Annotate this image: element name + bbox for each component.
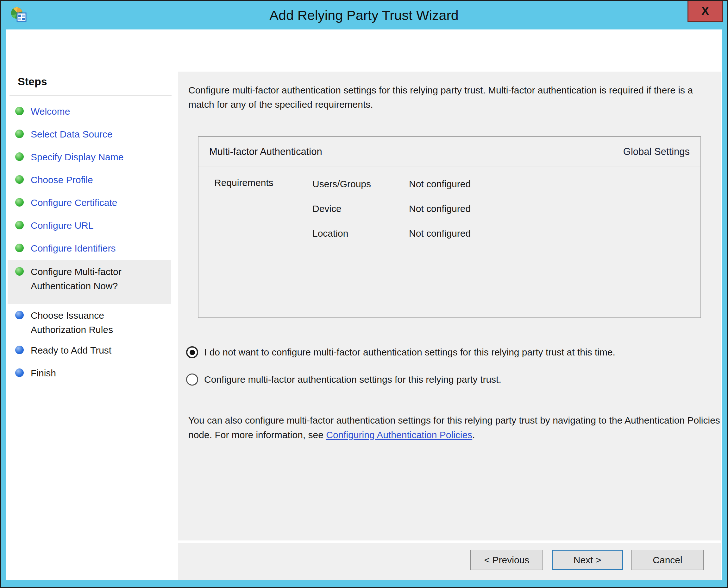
step-pending-icon <box>15 369 24 377</box>
close-button[interactable]: X <box>687 1 723 22</box>
table-row: Location Not configured <box>312 221 694 246</box>
step-done-icon <box>15 221 24 229</box>
radio-selected-icon[interactable] <box>186 346 198 358</box>
mfa-box-body: Requirements Users/Groups Not configured… <box>198 167 701 317</box>
step-label: Configure Identifiers <box>31 241 115 255</box>
note-after-link: . <box>472 429 475 440</box>
requirement-value: Not configured <box>409 179 471 189</box>
global-settings-label: Global Settings <box>623 146 690 158</box>
adfs-app-icon <box>9 5 27 24</box>
requirements-rows: Users/Groups Not configured Device Not c… <box>312 172 694 246</box>
step-label: Select Data Source <box>31 127 112 141</box>
mfa-box-header: Multi-factor Authentication Global Setti… <box>198 137 701 167</box>
title-bar: Add Relying Party Trust Wizard X <box>1 1 727 29</box>
step-label: Configure Certificate <box>31 195 117 210</box>
mfa-settings-box: Multi-factor Authentication Global Setti… <box>198 136 701 318</box>
step-label: Configure Multi-factor Authentication No… <box>31 265 157 293</box>
step-done-icon <box>15 175 24 184</box>
requirement-value: Not configured <box>409 228 471 239</box>
step-item-finish: Finish <box>6 362 175 385</box>
step-label: Finish <box>31 366 56 380</box>
main-panel: Configure multi-factor authentication se… <box>178 71 721 541</box>
step-label: Configure URL <box>31 218 93 233</box>
step-label: Choose Profile <box>31 173 93 187</box>
step-item-select-data-source[interactable]: Select Data Source <box>6 123 175 146</box>
step-done-icon <box>15 198 24 207</box>
dialog-body: Steps Welcome Select Data Source Specify… <box>6 29 722 580</box>
requirements-label: Requirements <box>214 177 273 188</box>
step-item-welcome[interactable]: Welcome <box>6 100 175 123</box>
intro-text: Configure multi-factor authentication se… <box>188 83 714 111</box>
previous-button[interactable]: < Previous <box>470 550 543 570</box>
radio-option-no-mfa[interactable]: I do not want to configure multi-factor … <box>186 343 615 362</box>
table-row: Device Not configured <box>312 196 694 221</box>
step-label: Ready to Add Trust <box>31 343 111 357</box>
window-title: Add Relying Party Trust Wizard <box>65 1 663 29</box>
cancel-button[interactable]: Cancel <box>632 550 704 570</box>
step-item-configure-identifiers[interactable]: Configure Identifiers <box>6 237 175 260</box>
step-pending-icon <box>15 311 24 319</box>
steps-header: Steps <box>18 76 47 88</box>
steps-sidebar: Steps Welcome Select Data Source Specify… <box>6 71 175 580</box>
step-item-choose-profile[interactable]: Choose Profile <box>6 169 175 191</box>
requirement-value: Not configured <box>409 203 471 214</box>
step-item-configure-mfa-now: Configure Multi-factor Authentication No… <box>7 260 171 304</box>
button-bar: < Previous Next > Cancel <box>178 543 721 580</box>
requirement-name: Users/Groups <box>312 179 409 189</box>
steps-separator <box>9 96 172 96</box>
step-done-icon <box>15 267 24 276</box>
step-label: Welcome <box>31 104 70 119</box>
radio-dot <box>190 350 195 355</box>
step-label: Specify Display Name <box>31 150 124 164</box>
step-item-specify-display-name[interactable]: Specify Display Name <box>6 146 175 169</box>
step-pending-icon <box>15 345 24 354</box>
radio-option-label: I do not want to configure multi-factor … <box>204 347 615 358</box>
radio-option-label: Configure multi-factor authentication se… <box>204 374 501 385</box>
radio-unselected-icon[interactable] <box>186 374 198 385</box>
next-button[interactable]: Next > <box>552 550 623 570</box>
step-item-configure-url[interactable]: Configure URL <box>6 214 175 237</box>
mfa-box-title: Multi-factor Authentication <box>209 146 322 158</box>
wizard-window: Add Relying Party Trust Wizard X Steps W… <box>0 0 728 588</box>
step-label: Choose Issuance Authorization Rules <box>31 308 157 337</box>
note-text: You can also configure multi-factor auth… <box>188 413 720 442</box>
requirement-name: Location <box>312 228 409 239</box>
step-item-ready-to-add-trust: Ready to Add Trust <box>6 339 175 362</box>
table-row: Users/Groups Not configured <box>312 172 694 196</box>
step-item-configure-certificate[interactable]: Configure Certificate <box>6 191 175 214</box>
configuring-authentication-policies-link[interactable]: Configuring Authentication Policies <box>326 429 472 440</box>
step-item-choose-issuance-authorization-rules: Choose Issuance Authorization Rules <box>6 304 175 339</box>
step-done-icon <box>15 130 24 138</box>
requirement-name: Device <box>312 203 409 214</box>
radio-option-configure-mfa[interactable]: Configure multi-factor authentication se… <box>186 370 501 389</box>
step-done-icon <box>15 107 24 115</box>
step-done-icon <box>15 244 24 252</box>
steps-list: Welcome Select Data Source Specify Displ… <box>6 100 175 385</box>
step-done-icon <box>15 152 24 161</box>
